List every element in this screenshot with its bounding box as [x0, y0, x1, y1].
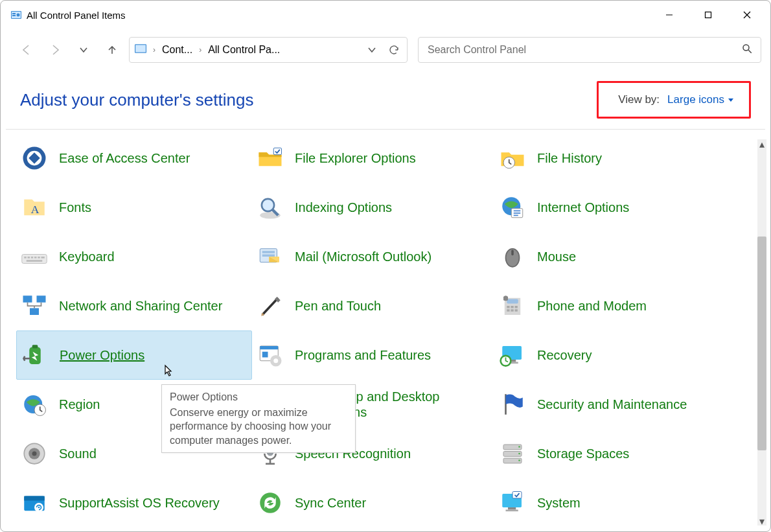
- item-label: Sound: [59, 446, 97, 461]
- item-label: System: [537, 495, 581, 511]
- svg-rect-43: [511, 306, 513, 308]
- control-panel-item[interactable]: Keyboard: [16, 232, 252, 281]
- item-label: Keyboard: [59, 249, 115, 264]
- control-panel-item[interactable]: Security and Maintenance: [494, 380, 737, 429]
- svg-rect-41: [507, 299, 518, 304]
- folder-check-icon: [255, 143, 286, 174]
- search-icon[interactable]: [741, 43, 753, 57]
- search-box[interactable]: [418, 37, 761, 63]
- control-panel-item[interactable]: Recovery: [494, 330, 737, 380]
- minimize-button[interactable]: [650, 1, 689, 29]
- control-panel-icon: [135, 43, 146, 57]
- chevron-down-icon: [728, 98, 733, 104]
- control-panel-item[interactable]: File History: [494, 133, 737, 183]
- pen-icon: [255, 290, 286, 321]
- item-label: Region: [59, 397, 100, 412]
- svg-rect-32: [262, 251, 275, 253]
- close-button[interactable]: [728, 1, 766, 29]
- item-label: Sync Center: [295, 495, 366, 511]
- item-label: Fonts: [59, 200, 91, 215]
- svg-rect-47: [515, 309, 518, 312]
- content-area: Ease of Access Center File Explorer Opti…: [1, 130, 770, 517]
- control-panel-item[interactable]: Indexing Options: [252, 183, 494, 232]
- vertical-scrollbar[interactable]: ▴ ▾: [757, 139, 766, 526]
- control-panel-item[interactable]: Network and Sharing Center: [16, 281, 252, 330]
- chevron-right-icon: ›: [153, 45, 155, 54]
- item-label: Pen and Touch: [295, 298, 381, 314]
- svg-rect-15: [273, 148, 281, 155]
- scroll-down-icon[interactable]: ▾: [757, 516, 766, 526]
- control-panel-item[interactable]: Internet Options: [494, 183, 737, 232]
- maximize-button[interactable]: [689, 1, 728, 29]
- svg-rect-77: [24, 496, 45, 501]
- svg-rect-36: [511, 250, 514, 256]
- control-panel-item[interactable]: Power Options: [16, 330, 252, 380]
- tooltip-body: Conserve energy or maximize performance …: [170, 406, 347, 448]
- svg-rect-10: [135, 45, 146, 52]
- address-bar[interactable]: › Cont... › All Control Pa...: [129, 37, 408, 63]
- forward-button[interactable]: [43, 38, 67, 62]
- search-input[interactable]: [426, 43, 735, 56]
- keyboard-icon: [19, 241, 50, 272]
- item-label: File History: [537, 150, 602, 166]
- history-dropdown-button[interactable]: [72, 38, 95, 62]
- item-label: File Explorer Options: [295, 150, 416, 166]
- battery-icon: [19, 340, 51, 371]
- svg-rect-39: [30, 308, 39, 316]
- control-panel-item[interactable]: Ease of Access Center: [16, 133, 252, 183]
- item-label: Mouse: [537, 249, 576, 264]
- svg-rect-27: [34, 257, 37, 259]
- svg-rect-42: [507, 306, 509, 308]
- refresh-button[interactable]: [386, 42, 402, 58]
- control-panel-item[interactable]: System: [494, 478, 737, 517]
- sync-icon: [255, 487, 286, 517]
- breadcrumb-part[interactable]: All Control Pa...: [208, 44, 280, 56]
- up-button[interactable]: [100, 38, 124, 62]
- scroll-up-icon[interactable]: ▴: [757, 139, 766, 148]
- item-label: Mail (Microsoft Outlook): [295, 249, 432, 264]
- control-panel-item[interactable]: Pen and Touch: [252, 281, 494, 330]
- svg-rect-38: [37, 295, 46, 303]
- control-panel-item[interactable]: A Fonts: [16, 183, 252, 232]
- svg-point-19: [262, 199, 274, 211]
- svg-rect-33: [262, 255, 275, 257]
- phone-icon: [497, 290, 528, 321]
- svg-line-8: [744, 12, 750, 18]
- control-panel-item[interactable]: Programs and Features: [252, 330, 494, 380]
- address-dropdown-button[interactable]: [364, 42, 380, 58]
- control-panel-item[interactable]: Sync Center: [252, 478, 494, 517]
- svg-rect-24: [24, 257, 27, 259]
- control-panel-item[interactable]: Storage Spaces: [494, 429, 737, 478]
- svg-rect-26: [31, 257, 34, 259]
- item-label: Network and Sharing Center: [59, 298, 222, 314]
- svg-rect-29: [41, 257, 45, 259]
- svg-line-12: [748, 50, 752, 53]
- svg-point-11: [743, 45, 749, 51]
- item-label: Storage Spaces: [537, 446, 629, 461]
- chevron-right-icon: ›: [199, 45, 201, 54]
- control-panel-item[interactable]: File Explorer Options: [252, 133, 494, 183]
- back-button[interactable]: [15, 38, 38, 62]
- control-panel-item[interactable]: Mail (Microsoft Outlook): [252, 232, 494, 281]
- viewby-label: View by:: [618, 93, 660, 106]
- support-icon: [19, 487, 50, 517]
- mail-icon: [255, 241, 286, 272]
- page-title: Adjust your computer's settings: [20, 90, 253, 110]
- svg-rect-30: [27, 260, 43, 262]
- tooltip-title: Power Options: [170, 390, 347, 404]
- region-icon: [19, 389, 50, 420]
- control-panel-item[interactable]: SupportAssist OS Recovery: [16, 478, 252, 517]
- globe-icon: [497, 192, 528, 223]
- speaker-icon: [19, 438, 50, 469]
- control-panel-item[interactable]: Phone and Modem: [494, 281, 737, 330]
- breadcrumb-part[interactable]: Cont...: [162, 44, 192, 56]
- svg-line-40: [262, 298, 279, 315]
- header-area: Adjust your computer's settings View by:…: [1, 69, 770, 129]
- viewby-dropdown[interactable]: Large icons: [667, 93, 733, 106]
- viewby-value: Large icons: [667, 93, 724, 106]
- scroll-thumb[interactable]: [757, 237, 766, 450]
- svg-rect-52: [262, 352, 268, 358]
- items-grid: Ease of Access Center File Explorer Opti…: [1, 130, 770, 517]
- control-panel-item[interactable]: Mouse: [494, 232, 737, 281]
- svg-rect-82: [508, 507, 516, 510]
